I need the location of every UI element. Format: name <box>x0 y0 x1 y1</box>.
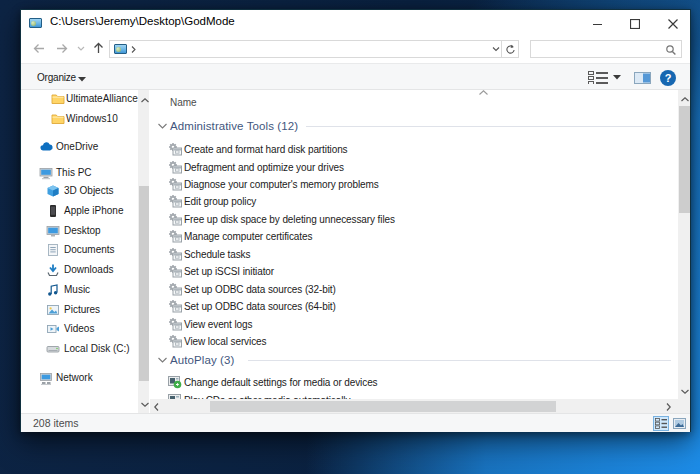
svg-text:?: ? <box>665 72 672 84</box>
